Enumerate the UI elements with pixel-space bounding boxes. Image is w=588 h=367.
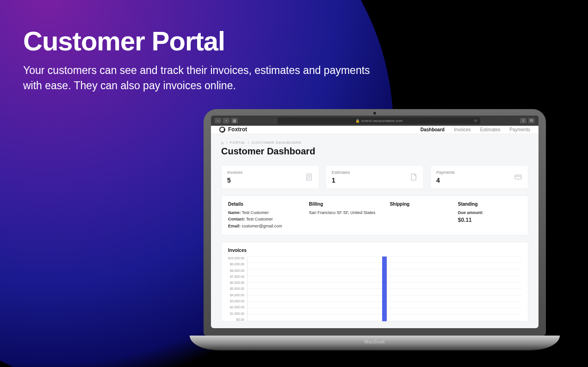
browser-forward-button[interactable]: › [223, 118, 229, 123]
y-tick-label: $8,000.00 [228, 269, 244, 272]
refresh-icon[interactable]: ⟳ [474, 119, 477, 123]
credit-card-icon [514, 173, 522, 181]
stat-value: 5 [227, 177, 242, 184]
laptop-base: MacBook [190, 336, 560, 350]
hero-section: Customer Portal Your customers can see a… [23, 25, 370, 94]
app-logo-icon [219, 127, 225, 133]
stat-row: Invoices 5 Estimates 1 [221, 165, 528, 189]
browser-url: foxtrot.varuscreative.com [361, 119, 402, 123]
shipping-section: Shipping [390, 202, 453, 229]
billing-heading: Billing [309, 202, 385, 207]
nav-dashboard[interactable]: Dashboard [421, 127, 445, 132]
chart-y-axis: $10,000.00$9,000.00$8,000.00$7,000.00$6,… [228, 257, 247, 321]
home-icon[interactable]: ⌂ [221, 141, 224, 145]
standing-heading: Standing [458, 202, 521, 207]
laptop-mockup: ‹ › ▥ 🔒 foxtrot.varuscreative.com ⟳ ⇪ ⧉ [204, 109, 546, 350]
breadcrumb-portal[interactable]: PORTAL [230, 141, 246, 145]
app-viewport: Foxtrot Dashboard Invoices Estimates Pay… [211, 126, 538, 328]
due-amount-label: Due amount: [458, 210, 483, 215]
y-tick-label: $2,000.00 [228, 306, 244, 309]
browser-address-bar[interactable]: 🔒 foxtrot.varuscreative.com ⟳ [278, 117, 480, 124]
stat-label: Invoices [227, 170, 242, 175]
camera-icon [373, 112, 376, 115]
hero-subtitle: Your customers can see and track their i… [23, 63, 370, 94]
breadcrumb: ⌂ / PORTAL / CUSTOMER DASHBOARD [221, 141, 528, 145]
document-icon [409, 173, 418, 181]
stat-card-payments[interactable]: Payments 4 [430, 165, 528, 189]
stat-card-invoices[interactable]: Invoices 5 [221, 165, 319, 189]
details-section: Details Name: Test Customer Contact: Tes… [228, 202, 304, 229]
due-amount-value: $0.11 [458, 216, 521, 225]
invoices-chart-card: Invoices $10,000.00$9,000.00$8,000.00$7,… [221, 242, 528, 322]
marketing-slide: Customer Portal Your customers can see a… [0, 0, 588, 367]
customer-contact: Test Customer [246, 217, 273, 221]
y-tick-label: $7,000.00 [228, 275, 244, 278]
y-tick-label: $10,000.00 [228, 257, 244, 260]
chart-title: Invoices [228, 248, 521, 253]
customer-name: Test Customer [242, 210, 269, 215]
standing-section: Standing Due amount: $0.11 [458, 202, 521, 229]
browser-back-button[interactable]: ‹ [215, 118, 221, 123]
stat-label: Estimates [332, 170, 350, 175]
page-title: Customer Dashboard [221, 146, 528, 157]
y-tick-label: $4,000.00 [228, 294, 244, 297]
browser-sidebar-button[interactable]: ▥ [231, 118, 238, 123]
app-content: ⌂ / PORTAL / CUSTOMER DASHBOARD Customer… [211, 134, 538, 328]
laptop-brand-label: MacBook [364, 339, 385, 344]
y-tick-label: $9,000.00 [228, 263, 244, 266]
customer-info-card: Details Name: Test Customer Contact: Tes… [221, 196, 528, 235]
customer-email: customer@gmail.com [242, 224, 282, 228]
invoices-chart: $10,000.00$9,000.00$8,000.00$7,000.00$6,… [228, 257, 521, 321]
browser-share-button[interactable]: ⇪ [520, 118, 526, 123]
y-tick-label: $0.00 [228, 318, 244, 321]
nav-invoices[interactable]: Invoices [454, 127, 471, 132]
chart-bar [382, 257, 387, 321]
chart-plot-area [247, 257, 521, 321]
stat-card-estimates[interactable]: Estimates 1 [326, 165, 424, 189]
billing-section: Billing San Francisco SF SF, United Stat… [309, 202, 385, 229]
laptop-lid: ‹ › ▥ 🔒 foxtrot.varuscreative.com ⟳ ⇪ ⧉ [204, 109, 546, 336]
laptop-screen: ‹ › ▥ 🔒 foxtrot.varuscreative.com ⟳ ⇪ ⧉ [211, 116, 538, 328]
hero-title: Customer Portal [23, 25, 370, 56]
svg-rect-4 [515, 175, 521, 179]
app-brand-name: Foxtrot [228, 126, 247, 133]
app-brand[interactable]: Foxtrot [219, 126, 247, 133]
browser-toolbar: ‹ › ▥ 🔒 foxtrot.varuscreative.com ⟳ ⇪ ⧉ [211, 116, 538, 126]
shipping-heading: Shipping [390, 202, 453, 207]
details-heading: Details [228, 202, 304, 207]
browser-tabs-button[interactable]: ⧉ [528, 118, 535, 123]
app-nav: Dashboard Invoices Estimates Payments [421, 127, 530, 132]
invoice-icon [305, 173, 313, 181]
stat-value: 4 [436, 177, 455, 184]
y-tick-label: $5,000.00 [228, 287, 244, 290]
breadcrumb-current: CUSTOMER DASHBOARD [252, 141, 302, 145]
nav-payments[interactable]: Payments [510, 127, 530, 132]
nav-estimates[interactable]: Estimates [480, 127, 501, 132]
y-tick-label: $1,000.00 [228, 312, 244, 315]
y-tick-label: $3,000.00 [228, 300, 244, 303]
lock-icon: 🔒 [355, 119, 360, 123]
billing-address: San Francisco SF SF, United States [309, 209, 385, 216]
stat-value: 1 [332, 177, 350, 184]
app-header: Foxtrot Dashboard Invoices Estimates Pay… [211, 126, 538, 134]
stat-label: Payments [436, 170, 455, 175]
y-tick-label: $6,000.00 [228, 281, 244, 284]
